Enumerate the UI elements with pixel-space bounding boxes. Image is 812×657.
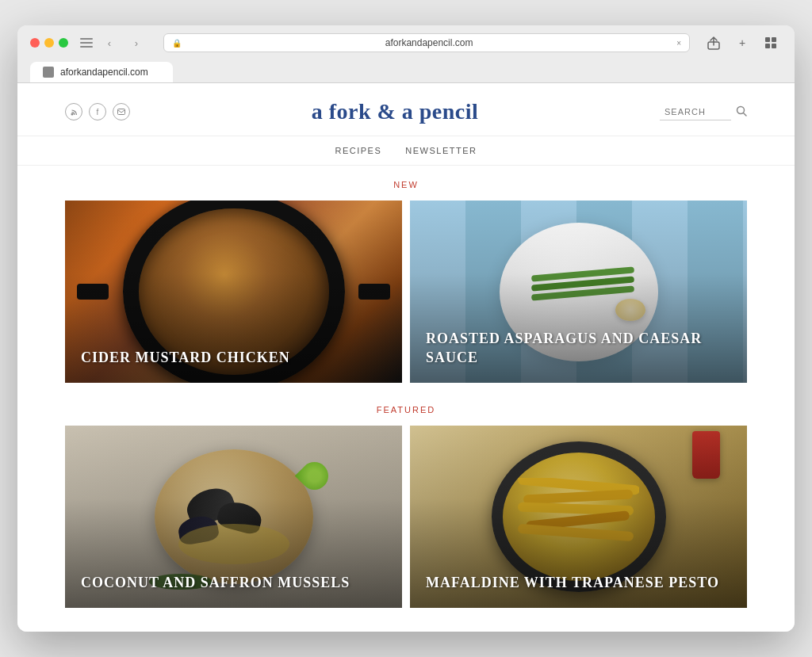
traffic-lights [30,38,68,48]
svg-rect-9 [118,109,125,115]
tab-title: aforkandapencil.com [60,67,148,78]
browser-tabs: aforkandapencil.com [30,59,782,82]
website-content: f a fork & a pencil [17,83,795,632]
browser-nav: ‹ › [98,34,147,52]
recipe-overlay-cider: CIDER MUSTARD CHICKEN [65,201,402,383]
share-button[interactable] [703,34,725,52]
clear-url-button[interactable]: × [676,39,681,48]
search-input[interactable] [660,104,731,120]
forward-button[interactable]: › [125,34,147,52]
sidebar-toggle-button[interactable] [78,36,95,50]
fullscreen-window-button[interactable] [59,38,68,48]
browser-actions: + [703,34,782,52]
new-section-label: NEW [17,166,795,201]
site-nav: RECIPES NEWSLETTER [17,136,795,166]
site-title: a fork & a pencil [312,99,479,124]
back-button[interactable]: ‹ [98,34,121,52]
recipe-title-pasta: MAFALDINE WITH TRAPANESE PESTO [426,574,719,592]
email-icon[interactable] [113,103,130,120]
recipe-overlay-mussels: COCONUT AND SAFFRON MUSSELS [65,426,402,608]
svg-rect-4 [765,37,770,42]
svg-rect-2 [80,46,93,48]
recipe-title-asparagus: ROASTED ASPARAGUS AND CAESAR SAUCE [426,330,731,367]
recipe-card-mussels[interactable]: COCONUT AND SAFFRON MUSSELS [65,426,402,608]
grid-view-button[interactable] [760,34,782,52]
svg-rect-7 [772,44,776,48]
svg-rect-1 [80,42,93,44]
minimize-window-button[interactable] [44,38,54,48]
browser-titlebar: ‹ › 🔒 aforkandapencil.com × + [30,33,782,52]
featured-section-label: FEATURED [17,391,795,426]
facebook-icon[interactable]: f [89,103,106,120]
recipe-overlay-asparagus: ROASTED ASPARAGUS AND CAESAR SAUCE [410,201,747,383]
social-icons: f [65,103,130,120]
svg-line-11 [744,113,747,116]
recipe-card-asparagus[interactable]: ROASTED ASPARAGUS AND CAESAR SAUCE [410,201,747,383]
search-button[interactable] [736,105,747,119]
recipe-card-pasta[interactable]: MAFALDINE WITH TRAPANESE PESTO [410,426,747,608]
site-header: f a fork & a pencil [17,83,795,136]
nav-newsletter[interactable]: NEWSLETTER [405,146,477,155]
featured-recipes-grid: COCONUT AND SAFFRON MUSSELS [17,426,795,608]
url-text: aforkandapencil.com [186,37,672,48]
tab-favicon [43,67,54,78]
rss-icon[interactable] [65,103,82,120]
search-area [660,104,747,120]
new-tab-button[interactable]: + [731,34,753,52]
svg-point-8 [71,113,73,115]
recipe-title-mussels: COCONUT AND SAFFRON MUSSELS [81,574,350,592]
close-window-button[interactable] [30,38,40,48]
recipe-card-cider-chicken[interactable]: CIDER MUSTARD CHICKEN [65,201,402,383]
recipe-title-cider: CIDER MUSTARD CHICKEN [81,349,290,367]
svg-rect-6 [765,44,770,48]
svg-rect-0 [80,38,93,40]
new-recipes-grid: CIDER MUSTARD CHICKEN [17,201,795,383]
browser-window: ‹ › 🔒 aforkandapencil.com × + [17,25,795,632]
browser-chrome: ‹ › 🔒 aforkandapencil.com × + [17,25,795,83]
active-tab[interactable]: aforkandapencil.com [30,62,173,82]
address-bar[interactable]: 🔒 aforkandapencil.com × [163,33,690,52]
svg-rect-5 [772,37,776,42]
security-icon: 🔒 [172,39,182,48]
recipe-overlay-pasta: MAFALDINE WITH TRAPANESE PESTO [410,426,747,608]
footer-space [17,616,795,632]
nav-recipes[interactable]: RECIPES [335,146,382,155]
